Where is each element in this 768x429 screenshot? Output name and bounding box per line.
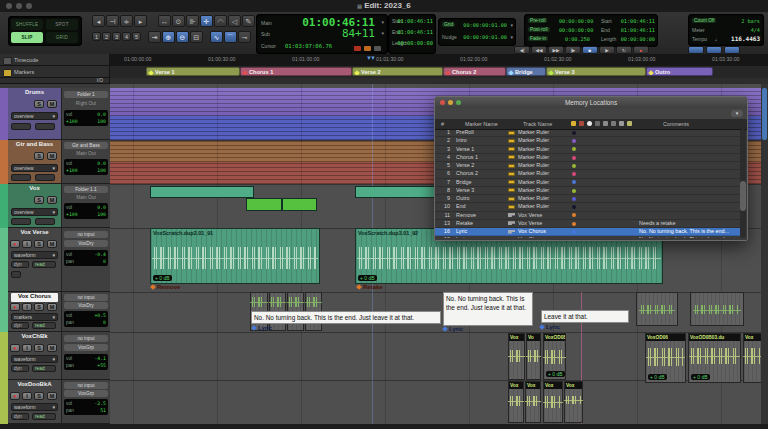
scrollbar-thumb[interactable] bbox=[740, 181, 746, 211]
zoom-preset-4-button[interactable]: 4 bbox=[122, 32, 131, 41]
smart-tool-button[interactable]: ✛ bbox=[200, 15, 213, 27]
fade-in-value[interactable]: 0:00.250 bbox=[565, 36, 590, 42]
vox-overview-clip[interactable] bbox=[150, 186, 254, 198]
track-heights-icon[interactable] bbox=[619, 121, 624, 126]
zoom-settings-icon[interactable] bbox=[595, 121, 600, 126]
grabber-tool-button[interactable]: ⊪ bbox=[186, 15, 199, 27]
voice-selector[interactable] bbox=[11, 271, 21, 278]
solo-button[interactable]: S bbox=[34, 100, 44, 108]
track-header-gtr-and-bass[interactable]: Gtr and Bass S M overview▾ bbox=[8, 140, 62, 184]
chbk-clip[interactable]: VoxOD0B + 0 dB bbox=[543, 333, 566, 380]
elastic-audio-selector[interactable]: dyn bbox=[11, 322, 29, 329]
track-marker-lyric[interactable]: Lyric bbox=[443, 326, 463, 332]
track-name[interactable]: Gtr and Bass bbox=[11, 141, 58, 150]
memory-location-row[interactable]: 6Chorus 2Marker Ruler bbox=[435, 170, 740, 178]
record-enable-button[interactable]: ● bbox=[10, 303, 20, 311]
count-off-button[interactable] bbox=[706, 46, 722, 54]
output-path[interactable]: VoxDry bbox=[64, 240, 108, 247]
trim-tool-button[interactable]: ↔ bbox=[158, 15, 171, 27]
volume-readout[interactable]: 0.0 bbox=[97, 204, 106, 211]
slip-mode-button[interactable]: SLIP bbox=[11, 32, 43, 43]
count-off-label[interactable]: Count Off bbox=[692, 18, 716, 23]
memory-location-row[interactable]: 8Verse 3Marker Ruler bbox=[435, 187, 740, 195]
doobka-clip[interactable]: Vox bbox=[564, 381, 583, 423]
marker-pill-verse2[interactable]: Verse 2 bbox=[352, 67, 443, 76]
track-view-selector[interactable]: markers▾ bbox=[11, 313, 58, 321]
track-view-selector[interactable]: waveform▾ bbox=[11, 355, 58, 363]
mute-button[interactable]: M bbox=[47, 240, 57, 248]
chorus-clip[interactable] bbox=[636, 292, 678, 326]
zoom-horizontal-out-button[interactable]: ◂ bbox=[92, 15, 105, 27]
track-options-selector[interactable] bbox=[35, 174, 55, 181]
grid-mode-button[interactable]: GRID bbox=[46, 32, 78, 43]
audition-tool-button[interactable]: ◁ bbox=[228, 15, 241, 27]
memory-location-row[interactable]: 12LyricVox ChorusNo. No turning back. Th… bbox=[435, 236, 740, 238]
elastic-audio-selector[interactable]: dyn bbox=[11, 413, 29, 420]
output-path[interactable]: VoxDry bbox=[64, 302, 108, 309]
volume-readout[interactable]: -4.1 bbox=[94, 355, 106, 362]
record-enable-button[interactable]: ● bbox=[10, 392, 20, 400]
memory-location-row[interactable]: 9OutroMarker Ruler bbox=[435, 195, 740, 203]
marker-pill-chorus1[interactable]: Chorus 1 bbox=[240, 67, 352, 76]
pan-readout[interactable]: 51 bbox=[100, 407, 106, 414]
memory-location-row[interactable]: 10EndMarker Ruler bbox=[435, 203, 740, 211]
return-to-zero-button[interactable]: ◀| bbox=[514, 46, 530, 54]
zoom-in-button[interactable]: ⊕ bbox=[162, 31, 175, 43]
automation-mode-selector[interactable] bbox=[11, 123, 31, 130]
selection-length-value[interactable]: 00:00:00:00 bbox=[397, 40, 433, 46]
pan-right-readout[interactable]: 100 bbox=[97, 211, 106, 218]
chbk-clip[interactable]: Vo bbox=[526, 333, 541, 380]
elastic-audio-selector[interactable]: dyn bbox=[11, 261, 29, 268]
zoom-preset-1-button[interactable]: 1 bbox=[92, 32, 101, 41]
column-comments[interactable]: Comments bbox=[663, 119, 689, 129]
track-name[interactable]: Vox Verse bbox=[11, 229, 58, 238]
close-window-icon[interactable] bbox=[440, 100, 445, 105]
grid-dropdown-icon[interactable]: ▾ bbox=[510, 22, 513, 28]
input-monitor-button[interactable]: I bbox=[22, 392, 32, 400]
insertion-follows-playback-button[interactable]: ⊸ bbox=[238, 31, 251, 43]
mute-button[interactable]: M bbox=[47, 392, 57, 400]
scrollbar-thumb[interactable] bbox=[762, 88, 767, 140]
link-track-selection-button[interactable]: ⌒ bbox=[224, 31, 237, 43]
doobka-clip[interactable]: Vox bbox=[525, 381, 541, 423]
output-path[interactable]: VoxGrp bbox=[64, 390, 108, 397]
column-number[interactable]: # bbox=[441, 119, 444, 129]
output-path[interactable]: Main Out bbox=[64, 150, 108, 157]
memory-location-row[interactable]: 3Verse 1Marker Ruler bbox=[435, 146, 740, 154]
zoom-horizontal-in-button[interactable]: ▸ bbox=[134, 15, 147, 27]
mute-button[interactable]: M bbox=[47, 152, 57, 160]
column-track-name[interactable]: Track Name bbox=[523, 119, 552, 129]
shuffle-mode-button[interactable]: SHUFFLE bbox=[11, 19, 43, 30]
doobka-clip[interactable]: Vox bbox=[508, 381, 524, 423]
memory-scrollbar[interactable] bbox=[740, 129, 746, 238]
volume-readout[interactable]: -0.4 bbox=[94, 251, 106, 258]
solo-button[interactable]: S bbox=[34, 240, 44, 248]
memory-location-row[interactable]: 1PreRollMarker Ruler bbox=[435, 129, 740, 137]
pre-roll-label[interactable]: Pre-roll bbox=[528, 18, 547, 23]
doobka-clip[interactable]: Vox bbox=[543, 381, 563, 423]
input-path[interactable]: no input bbox=[64, 382, 108, 389]
input-monitor-button[interactable]: I bbox=[22, 344, 32, 352]
memory-location-row-selected[interactable]: 16LyricVox ChorusNo. No turning back. Th… bbox=[435, 228, 740, 236]
chbk-clip[interactable]: VoxOD06 + 0 dB bbox=[645, 333, 686, 383]
timecode-ruler-header[interactable]: Timecode bbox=[0, 54, 110, 66]
automation-mode-selector[interactable]: read bbox=[32, 261, 56, 268]
selector-tool-button[interactable]: ⊙ bbox=[172, 15, 185, 27]
timeline-length-value[interactable]: 00:00:00:00 bbox=[621, 36, 655, 42]
meter-value[interactable]: 4/4 bbox=[751, 27, 760, 33]
clip-gain-badge[interactable]: + 0 dB bbox=[358, 275, 377, 281]
track-marker-remove[interactable]: Remove bbox=[151, 284, 180, 290]
input-path[interactable]: no input bbox=[64, 231, 108, 238]
lyric-note-3[interactable]: Leave it at that. bbox=[541, 310, 629, 323]
pan-left-readout[interactable]: +100 bbox=[66, 118, 78, 125]
memory-location-row[interactable]: 7BridgeMarker Ruler bbox=[435, 179, 740, 187]
track-header-vox-chorus[interactable]: Vox Chorus ● I S M markers▾ dyn read bbox=[8, 292, 62, 332]
volume-readout[interactable]: 0.0 bbox=[97, 160, 106, 167]
lyric-note-2[interactable]: No. No turning back. This is the end. Ju… bbox=[443, 292, 533, 326]
memory-location-row[interactable]: 11RemoveVox Verse bbox=[435, 212, 740, 220]
input-path[interactable]: Folder 1.1 bbox=[64, 186, 108, 193]
pan-readout[interactable]: 0 bbox=[103, 258, 106, 265]
input-path[interactable]: no input bbox=[64, 335, 108, 342]
memory-location-row[interactable]: 13RetakeVox VerseNeeds a retake bbox=[435, 220, 740, 228]
volume-readout[interactable]: -2.5 bbox=[94, 400, 106, 407]
